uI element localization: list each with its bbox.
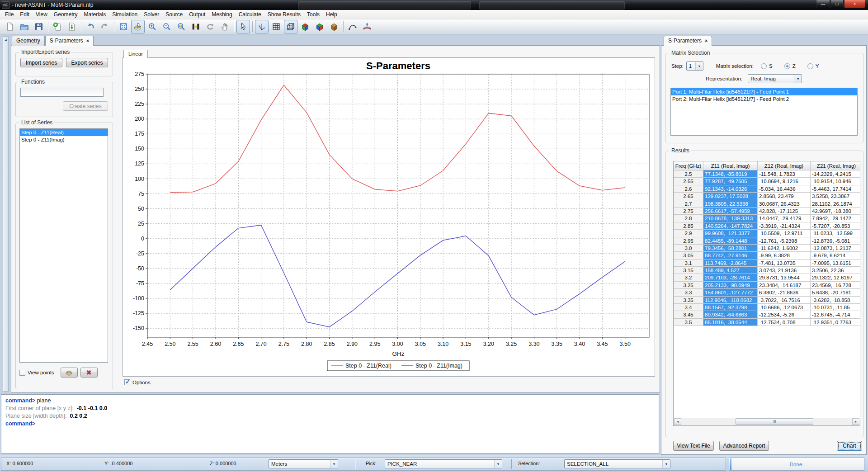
impedance-cell[interactable]: -12.8739, -5.081 xyxy=(811,237,860,245)
split-views-button[interactable] xyxy=(189,20,203,33)
results-row[interactable]: 3.0588.7742, -27.9146-9.99, 6.3828-9.679… xyxy=(674,252,860,259)
impedance-cell[interactable]: 88.1567, -92.3798 xyxy=(703,304,758,311)
advanced-report-button[interactable]: Advanced Report xyxy=(719,441,769,451)
scrollbar-thumb[interactable] xyxy=(736,418,813,425)
series-list-item[interactable]: Step 0 - Z11(Imag) xyxy=(20,136,108,143)
impedance-cell[interactable]: 256.6617, -57.4959 xyxy=(703,208,758,215)
create-series-button[interactable]: Create series xyxy=(63,101,108,111)
impedance-cell[interactable]: -9.679, 6.6214 xyxy=(811,252,860,259)
panel-collapse-splitter[interactable]: ◄ xyxy=(3,36,9,392)
step-dropdown[interactable]: 1▼ xyxy=(686,61,703,71)
menu-item-view[interactable]: View xyxy=(33,10,51,19)
impedance-cell[interactable]: 29.8731, 13.9544 xyxy=(758,274,811,281)
ports-listbox[interactable]: Port 1: Multi-Filar Helix [id545121f7] -… xyxy=(670,88,858,136)
results-row[interactable]: 3.3154.8601, -127.77726.3802, -21.86365.… xyxy=(674,289,860,296)
matrix-option-z[interactable]: Z xyxy=(784,63,796,69)
perspective-select-button[interactable] xyxy=(131,20,145,33)
zoom-in-button[interactable] xyxy=(146,20,159,33)
tab-linear[interactable]: Linear xyxy=(123,50,148,58)
impedance-cell[interactable]: -12.7534, 0.708 xyxy=(758,319,811,326)
freq-cell[interactable]: 2.6 xyxy=(674,185,703,193)
impedance-cell[interactable]: 29.1322, 12.6197 xyxy=(811,274,860,281)
impedance-cell[interactable]: -12.9351, 0.7763 xyxy=(811,319,860,326)
results-row[interactable]: 2.9582.4455, -89.1448-12.761, -5.2398-12… xyxy=(674,237,860,245)
zoom-out-button[interactable] xyxy=(160,20,174,33)
impedance-cell[interactable]: -3.6282, -18.858 xyxy=(811,297,860,304)
impedance-cell[interactable]: -12.2534, -5.26 xyxy=(758,311,811,318)
results-row[interactable]: 3.35112.9046, -118.0682-3.7022, -16.7516… xyxy=(674,297,860,304)
impedance-cell[interactable]: -9.99, 6.3828 xyxy=(758,252,811,259)
freq-cell[interactable]: 3.0 xyxy=(674,245,703,252)
solid-cube-button[interactable] xyxy=(327,20,341,33)
impedance-cell[interactable]: -11.6242, 1.6002 xyxy=(758,245,811,252)
undo-button[interactable] xyxy=(84,20,97,33)
impedance-cell[interactable]: 3.0743, 21.9136 xyxy=(758,267,811,274)
results-row[interactable]: 2.85140.5264, -147.7824-3.3919, -21.4324… xyxy=(674,222,860,230)
freq-cell[interactable]: 3.4 xyxy=(674,304,703,311)
impedance-cell[interactable]: 198.3805, 22.5398 xyxy=(703,200,758,208)
menu-item-source[interactable]: Source xyxy=(162,10,186,19)
redo-button[interactable] xyxy=(98,20,112,33)
impedance-cell[interactable]: 23.4569, -16.728 xyxy=(811,282,860,289)
command-console[interactable]: command> planeFirst corner of plane [x y… xyxy=(1,394,659,453)
impedance-cell[interactable]: 210.8678, -139.3313 xyxy=(703,215,758,222)
impedance-cell[interactable]: -10.6686, -12.0673 xyxy=(758,304,811,311)
impedance-cell[interactable]: 154.8601, -127.7772 xyxy=(703,289,758,296)
impedance-cell[interactable]: -5.034, 16.4436 xyxy=(758,185,811,193)
chart-plot-container[interactable]: 2.452.502.552.602.652.702.752.802.852.90… xyxy=(123,57,655,377)
impedance-cell[interactable]: 82.4455, -89.1448 xyxy=(703,237,758,245)
impedance-cell[interactable]: -10.5509, -12.9711 xyxy=(758,230,811,237)
view-points-checkbox[interactable] xyxy=(19,370,25,376)
results-row[interactable]: 3.1113.7469, -2.8645-7.481, 13.0735-7.00… xyxy=(674,260,860,267)
results-row[interactable]: 2.692.1343, -14.0326-5.034, 16.4436-5.44… xyxy=(674,185,860,193)
radio-z[interactable] xyxy=(784,63,790,69)
rgb-cube-alt-button[interactable] xyxy=(313,20,326,33)
tab-sparameters-results[interactable]: S-Parameters × xyxy=(664,36,712,46)
impedance-cell[interactable]: 80.9342, -64.6863 xyxy=(703,311,758,318)
results-column-header[interactable]: Z12 (Real, Imag) xyxy=(758,161,811,170)
function-input[interactable] xyxy=(20,88,104,97)
freq-cell[interactable]: 2.85 xyxy=(674,222,703,230)
import-series-button[interactable]: Import series xyxy=(20,58,62,67)
impedance-cell[interactable]: -14.2329, 4.2415 xyxy=(811,170,860,178)
impedance-cell[interactable]: -7.481, 13.0735 xyxy=(758,260,811,267)
grid-view-button[interactable] xyxy=(269,20,283,33)
menu-item-materials[interactable]: Materials xyxy=(81,10,109,19)
menu-item-solver[interactable]: Solver xyxy=(141,10,162,19)
export-series-button[interactable]: Export series xyxy=(66,58,108,67)
curve-tool-button[interactable] xyxy=(346,20,359,33)
menu-item-simulation[interactable]: Simulation xyxy=(109,10,141,19)
radio-s[interactable] xyxy=(761,63,767,69)
impedance-cell[interactable]: -10.8694, 9.1216 xyxy=(758,178,811,185)
results-row[interactable]: 2.65129.0237, 17.50282.8568, 23.4793.525… xyxy=(674,193,860,200)
results-row[interactable]: 2.8210.8678, -139.331314.0447, -29.41797… xyxy=(674,215,860,222)
axes-view-button[interactable] xyxy=(255,20,269,33)
results-column-header[interactable]: Z21 (Real, Imag) xyxy=(811,161,860,170)
add-series-page-button[interactable] xyxy=(51,20,64,33)
freq-cell[interactable]: 3.45 xyxy=(674,311,703,318)
wireframe-cube-button[interactable] xyxy=(284,20,297,33)
freq-cell[interactable]: 2.9 xyxy=(674,230,703,237)
impedance-cell[interactable]: 14.0447, -29.4179 xyxy=(758,215,811,222)
new-file-button[interactable] xyxy=(3,20,17,33)
results-row[interactable]: 3.25205.2133, -98.094923.3484, -14.61872… xyxy=(674,282,860,289)
rgb-cube-button[interactable] xyxy=(298,20,312,33)
zoom-window-button[interactable] xyxy=(175,20,188,33)
results-row[interactable]: 3.4580.9342, -64.6863-12.2534, -5.26-12.… xyxy=(674,311,860,318)
impedance-cell[interactable]: -3.7022, -16.7516 xyxy=(758,297,811,304)
fit-view-button[interactable] xyxy=(117,20,130,33)
impedance-cell[interactable]: 7.8942, -29.1472 xyxy=(811,215,860,222)
impedance-cell[interactable]: 209.7103, -28.7614 xyxy=(703,274,758,281)
impedance-cell[interactable]: -10.9154, 10.946 xyxy=(811,178,860,185)
port-list-item[interactable]: Port 1: Multi-Filar Helix [id545121f7] -… xyxy=(671,88,857,95)
title-bar[interactable]: nF - newFASANT - MoM-SParam.nfp — □ × xyxy=(0,0,868,10)
menu-item-file[interactable]: File xyxy=(2,10,17,19)
impedance-cell[interactable]: -3.3919, -21.4324 xyxy=(758,222,811,230)
freq-cell[interactable]: 2.65 xyxy=(674,193,703,200)
impedance-cell[interactable]: -5.7207, -20.853 xyxy=(811,222,860,230)
impedance-cell[interactable]: 112.9046, -118.0682 xyxy=(703,297,758,304)
freq-cell[interactable]: 2.5 xyxy=(674,170,703,178)
impedance-cell[interactable]: -11.0233, -12.599 xyxy=(811,230,860,237)
menu-item-show-results[interactable]: Show Results xyxy=(264,10,304,19)
matrix-option-y[interactable]: Y xyxy=(807,63,819,69)
